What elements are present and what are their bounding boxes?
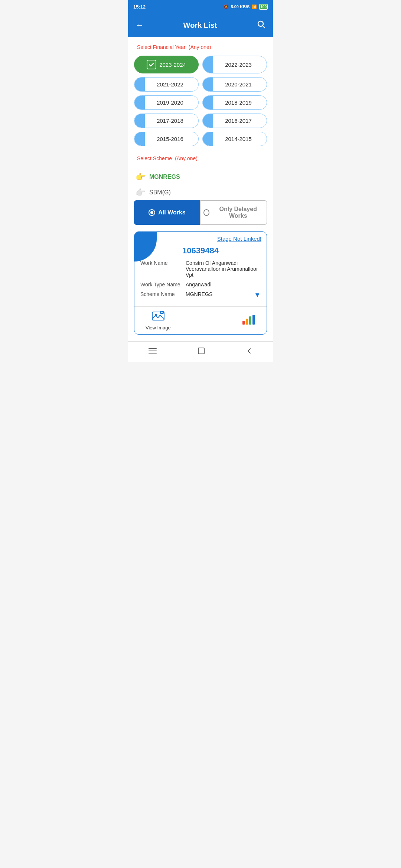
- status-bar: 15:12 🔕 5.00 KB/S 📶 100: [128, 0, 273, 13]
- scheme-emoji-sbm(g): 👉: [136, 188, 146, 197]
- fy-label: 2015-2016: [157, 136, 183, 142]
- fy-accent: [203, 56, 213, 73]
- app-header: ← Work List: [128, 13, 273, 37]
- card-footer: View Image: [134, 306, 267, 334]
- scheme-item-sbm(g)[interactable]: 👉SBM(G): [134, 185, 267, 200]
- page-title: Work List: [183, 21, 217, 30]
- work-type-row: Work Type Name Anganwadi: [140, 282, 261, 287]
- fy-label: 2017-2018: [157, 118, 183, 124]
- status-icons: 🔕 5.00 KB/S 📶 100: [224, 4, 268, 10]
- fy-button-2016-2017[interactable]: 2016-2017: [202, 114, 267, 128]
- speed-indicator: 5.00 KB/S: [231, 4, 250, 9]
- battery-indicator: 100: [259, 4, 268, 10]
- svg-line-1: [263, 26, 265, 28]
- back-nav-button[interactable]: [245, 347, 253, 357]
- back-button[interactable]: ←: [136, 20, 144, 30]
- svg-rect-14: [198, 348, 204, 354]
- only-delayed-label: Only Delayed Works: [212, 206, 264, 219]
- chart-icon[interactable]: [242, 314, 255, 327]
- scheme-name-label: Scheme Name: [140, 291, 181, 299]
- svg-rect-10: [252, 315, 255, 325]
- fy-button-2014-2015[interactable]: 2014-2015: [202, 132, 267, 146]
- svg-rect-7: [242, 321, 245, 325]
- view-image-button[interactable]: View Image: [146, 310, 171, 331]
- scheme-item-mgnregs[interactable]: 👉MGNREGS: [134, 169, 267, 185]
- card-header: Stage Not Linked!: [134, 232, 267, 244]
- scheme-name-value: MGNREGS: [186, 291, 250, 299]
- filter-row: All Works Only Delayed Works: [134, 200, 267, 225]
- fy-accent: [134, 114, 145, 128]
- svg-rect-9: [249, 316, 251, 325]
- scheme-emoji-mgnregs: 👉: [136, 172, 146, 182]
- search-button[interactable]: [257, 20, 265, 31]
- home-button[interactable]: [197, 347, 205, 357]
- fy-button-2022-2023[interactable]: 2022-2023: [202, 56, 267, 73]
- scheme-dropdown-icon[interactable]: ▼: [254, 291, 261, 299]
- financial-year-grid: 2023-2024 2022-2023 2021-2022 2020-2021 …: [134, 56, 267, 146]
- wifi-icon: 📶: [252, 4, 257, 9]
- svg-point-0: [258, 21, 263, 26]
- work-name-row: Work Name Constrn Of Anganwadi Veeravana…: [140, 260, 261, 278]
- stage-not-linked-link[interactable]: Stage Not Linked!: [217, 236, 261, 242]
- work-name-value: Constrn Of Anganwadi Veeravanalloor in A…: [186, 260, 261, 278]
- scheme-name-mgnregs: MGNREGS: [149, 174, 180, 180]
- fy-label: 2023-2024: [159, 62, 186, 68]
- fy-accent: [203, 78, 213, 91]
- menu-button[interactable]: [148, 347, 157, 357]
- fy-accent: [203, 114, 213, 128]
- financial-year-label: Select Financial Year(Any one): [134, 44, 267, 50]
- card-body: Work Name Constrn Of Anganwadi Veeravana…: [134, 260, 267, 306]
- only-delayed-radio: [203, 209, 209, 216]
- work-card: Stage Not Linked! 10639484 Work Name Con…: [134, 231, 267, 335]
- svg-rect-8: [246, 319, 248, 325]
- view-image-label: View Image: [146, 325, 171, 331]
- fy-button-2019-2020[interactable]: 2019-2020: [134, 95, 199, 110]
- fy-button-2021-2022[interactable]: 2021-2022: [134, 77, 199, 92]
- scheme-name-sbm(g): SBM(G): [149, 189, 171, 196]
- fy-label: 2014-2015: [225, 136, 252, 142]
- fy-button-2015-2016[interactable]: 2015-2016: [134, 132, 199, 146]
- work-type-label: Work Type Name: [140, 282, 181, 287]
- fy-accent: [203, 96, 213, 109]
- work-type-value: Anganwadi: [186, 282, 261, 287]
- fy-accent: [134, 132, 145, 146]
- fy-accent: [203, 132, 213, 146]
- fy-label: 2016-2017: [225, 118, 252, 124]
- mute-icon: 🔕: [224, 4, 229, 9]
- status-time: 15:12: [133, 4, 146, 10]
- fy-accent: [134, 96, 145, 109]
- all-works-button[interactable]: All Works: [134, 200, 200, 225]
- scheme-list: 👉MGNREGS👉SBM(G): [134, 169, 267, 200]
- fy-label: 2018-2019: [225, 99, 252, 106]
- fy-label: 2021-2022: [157, 81, 183, 88]
- main-content: Select Financial Year(Any one) 2023-2024…: [128, 37, 273, 341]
- scheme-label: Select Scheme(Any one): [134, 155, 267, 162]
- view-image-icon: [152, 310, 164, 323]
- fy-label: 2020-2021: [225, 81, 252, 88]
- fy-accent: [134, 78, 145, 91]
- fy-button-2020-2021[interactable]: 2020-2021: [202, 77, 267, 92]
- scheme-name-row: Scheme Name MGNREGS ▼: [140, 291, 261, 299]
- fy-label: 2022-2023: [225, 62, 252, 68]
- all-works-label: All Works: [158, 209, 186, 216]
- fy-check-icon: [147, 60, 156, 69]
- only-delayed-button[interactable]: Only Delayed Works: [200, 200, 267, 225]
- bottom-nav: [128, 341, 273, 362]
- fy-button-2018-2019[interactable]: 2018-2019: [202, 95, 267, 110]
- all-works-radio: [149, 209, 155, 216]
- fy-button-2023-2024[interactable]: 2023-2024: [134, 56, 199, 73]
- all-works-radio-dot: [150, 211, 153, 214]
- fy-button-2017-2018[interactable]: 2017-2018: [134, 114, 199, 128]
- work-name-label: Work Name: [140, 260, 181, 278]
- fy-label: 2019-2020: [157, 99, 183, 106]
